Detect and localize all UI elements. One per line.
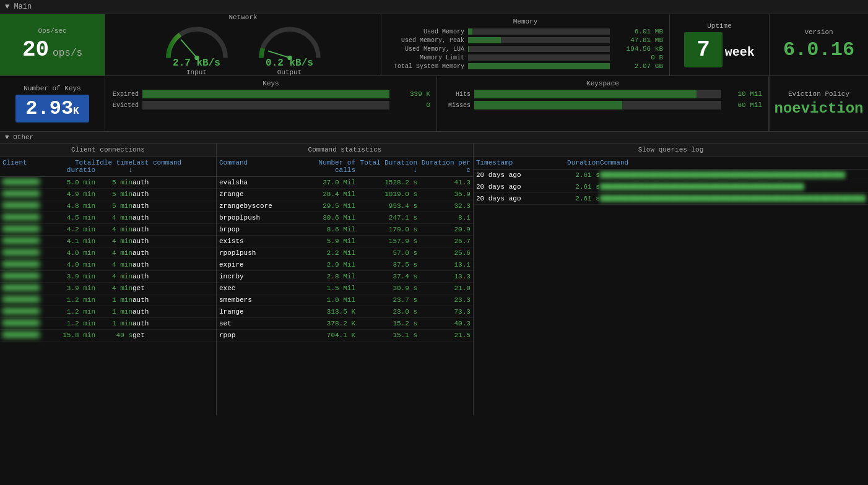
keys-row-label: Evicted <box>111 102 142 109</box>
cmd-name: brpop <box>219 226 300 233</box>
client-last-cmd: auth <box>132 214 214 221</box>
cmd-table-row: rpoplpush 2.2 Mil 57.0 s 25.6 <box>217 247 473 259</box>
memory-row-value: 0 B <box>614 54 663 61</box>
client-last-cmd: get <box>132 285 214 292</box>
main-section-label[interactable]: ▼ Main <box>5 2 32 11</box>
uptime-value: 7 <box>684 32 723 67</box>
client-idle-time: 40 s <box>95 332 132 339</box>
cmd-calls: 37.0 Mil <box>300 179 355 186</box>
client-idle-time: 4 min <box>95 226 132 233</box>
cmd-total-dur: 57.0 s <box>355 249 417 257</box>
client-total-dur: 3.9 min <box>52 285 95 292</box>
memory-row-label: Memory Limit <box>388 54 468 61</box>
client-last-cmd: auth <box>132 238 214 245</box>
ops-metric: Ops/sec 20 ops/s <box>0 14 105 75</box>
keys-rows: Expired 339 K Evicted 0 <box>111 90 430 109</box>
client-idle-time: 4 min <box>95 273 132 280</box>
top-metrics-row: Ops/sec 20 ops/s Network <box>0 14 868 76</box>
client-ip: ██████████ <box>2 261 52 268</box>
network-metric: Network <box>105 14 381 75</box>
command-statistics-header: Command Number of calls Total Duration ↓… <box>217 157 473 177</box>
cmd-total-dur: 23.7 s <box>355 296 417 304</box>
numkeys-value: 2.93K <box>15 95 89 122</box>
cmd-name: zrange <box>219 191 300 198</box>
cmd-table-row: exec 1.5 Mil 30.9 s 21.0 <box>217 283 473 294</box>
col-client-header[interactable]: Client <box>2 159 52 174</box>
client-ip: ██████████ <box>2 285 52 292</box>
client-last-cmd: auth <box>132 273 214 280</box>
ops-unit: ops/s <box>53 48 82 59</box>
client-last-cmd: get <box>132 332 214 339</box>
client-rows: ██████████ 5.0 min 5 min auth ██████████… <box>0 177 216 415</box>
cmd-table-row: rpop 704.1 K 15.1 s 21.5 <box>217 330 473 341</box>
memory-row-value: 47.81 MB <box>614 36 663 44</box>
output-label: Output <box>277 69 302 76</box>
memory-rows: Used Memory 6.01 MB Used Memory, Peak 47… <box>388 28 663 70</box>
top-bar: ▼ Main <box>0 0 868 14</box>
keyspace-row-label: Hits <box>443 91 474 98</box>
client-last-cmd: auth <box>132 308 214 315</box>
cmd-dur-per-call: 21.0 <box>417 285 471 292</box>
client-ip: ██████████ <box>2 226 52 233</box>
client-table-row: ██████████ 4.0 min 4 min auth <box>0 259 216 271</box>
keyspace-bar-container <box>474 90 721 98</box>
cmd-total-dur: 1019.0 s <box>355 191 417 198</box>
keyspace-bar-container <box>474 101 721 109</box>
network-title: Network <box>228 14 257 21</box>
cmd-calls: 1.0 Mil <box>300 296 355 304</box>
memory-bar <box>468 63 610 69</box>
sq-cmd-header[interactable]: Command <box>600 159 866 166</box>
durpercall-header[interactable]: Duration per c <box>417 159 471 174</box>
keyspace-metric: Keyspace Hits 10 Mil Misses 60 Mil <box>437 76 769 131</box>
cmd-table-row: set 378.2 K 15.2 s 40.3 <box>217 318 473 330</box>
cmd-name: zrangebyscore <box>219 202 300 210</box>
cmd-calls: 2.2 Mil <box>300 249 355 257</box>
memory-row-value: 2.07 GB <box>614 62 663 70</box>
memory-row: Total System Memory 2.07 GB <box>388 62 663 70</box>
keys-title: Keys <box>111 80 430 87</box>
memory-row: Used Memory, LUA 194.56 kB <box>388 45 663 53</box>
memory-bar-container <box>468 54 610 61</box>
client-table-row: ██████████ 1.2 min 1 min auth <box>0 318 216 330</box>
client-total-dur: 4.1 min <box>52 238 95 245</box>
cmd-table-row: incrby 2.8 Mil 37.4 s 13.3 <box>217 271 473 283</box>
client-idle-time: 4 min <box>95 249 132 257</box>
col-idle-header[interactable]: Idle time ↓ <box>95 159 132 174</box>
col-total-header[interactable]: Total duratio <box>52 159 95 174</box>
client-last-cmd: auth <box>132 261 214 268</box>
cmd-calls: 378.2 K <box>300 320 355 327</box>
cmd-total-dur: 23.0 s <box>355 308 417 315</box>
keyspace-title: Keyspace <box>443 80 762 87</box>
numkeys-title: Number of Keys <box>24 85 80 92</box>
calls-header[interactable]: Number of calls <box>300 159 355 174</box>
memory-bar <box>468 46 469 52</box>
memory-metric: Memory Used Memory 6.01 MB Used Memory, … <box>381 14 670 75</box>
client-ip: ██████████ <box>2 296 52 304</box>
ts-header[interactable]: Timestamp <box>476 159 550 166</box>
client-ip: ██████████ <box>2 273 52 280</box>
other-section-label[interactable]: ▼ Other <box>0 132 868 143</box>
client-table-row: ██████████ 5.0 min 5 min auth <box>0 177 216 189</box>
totaldur-header[interactable]: Total Duration ↓ <box>355 159 417 174</box>
cmd-total-dur: 179.0 s <box>355 226 417 233</box>
sq-dur-header[interactable]: Duration <box>550 159 600 166</box>
sq-timestamp: 20 days ago <box>476 183 550 191</box>
cmd-header[interactable]: Command <box>219 159 300 174</box>
cmd-dur-per-call: 21.5 <box>417 332 471 339</box>
memory-title: Memory <box>388 18 663 25</box>
cmd-name: rpoplpush <box>219 249 300 257</box>
sq-timestamp: 20 days ago <box>476 195 550 202</box>
client-idle-time: 5 min <box>95 179 132 186</box>
sq-timestamp: 20 days ago <box>476 171 550 179</box>
cmd-calls: 28.4 Mil <box>300 191 355 198</box>
cmd-rows: evalsha 37.0 Mil 1528.2 s 41.3 zrange 28… <box>217 177 473 415</box>
cmd-name: lrange <box>219 308 300 315</box>
output-gauge: 0.2 kB/s Output <box>253 24 327 76</box>
cmd-table-row: zrange 28.4 Mil 1019.0 s 35.9 <box>217 189 473 200</box>
col-lastcmd-header[interactable]: Last command <box>132 159 214 174</box>
second-metrics-row: Number of Keys 2.93K Keys Expired 339 K … <box>0 76 868 132</box>
cmd-table-row: brpoplpush 30.6 Mil 247.1 s 8.1 <box>217 212 473 224</box>
keyspace-row: Hits 10 Mil <box>443 90 762 98</box>
cmd-name: exec <box>219 285 300 292</box>
cmd-total-dur: 247.1 s <box>355 214 417 221</box>
